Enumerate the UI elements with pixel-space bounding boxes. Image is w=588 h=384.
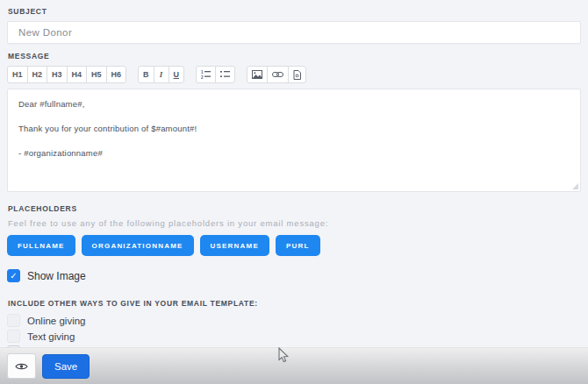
- insert-image-button[interactable]: [247, 66, 268, 83]
- show-image-checkbox[interactable]: ✓: [7, 269, 20, 282]
- list-button-group: 1 2: [196, 66, 235, 83]
- placeholder-fullname-button[interactable]: FULLNAME: [7, 235, 75, 256]
- underline-button[interactable]: U: [169, 66, 185, 83]
- other-ways-label: INCLUDE OTHER WAYS TO GIVE IN YOUR EMAIL…: [8, 299, 581, 308]
- text-giving-checkbox[interactable]: [7, 330, 20, 343]
- h2-button[interactable]: H2: [27, 66, 48, 83]
- ordered-list-icon: 1 2: [201, 70, 211, 79]
- h4-button[interactable]: H4: [67, 66, 88, 83]
- format-button-group: B I U: [138, 66, 184, 83]
- text-giving-label: Text giving: [27, 331, 75, 342]
- subject-label: SUBJECT: [8, 7, 581, 16]
- italic-button[interactable]: I: [154, 66, 169, 83]
- insert-file-button[interactable]: [288, 66, 306, 83]
- svg-text:1: 1: [201, 70, 204, 75]
- preview-button[interactable]: [7, 353, 36, 379]
- link-icon: [272, 71, 283, 78]
- placeholder-organizationname-button[interactable]: ORGANIZATIONNAME: [82, 235, 194, 256]
- h5-button[interactable]: H5: [86, 66, 107, 83]
- file-icon: [293, 70, 301, 80]
- unordered-list-button[interactable]: [215, 66, 235, 83]
- heading-button-group: H1 H2 H3 H4 H5 H6: [7, 66, 126, 83]
- svg-text:2: 2: [201, 75, 204, 80]
- placeholders-help-text: Feel free to use any of the following pl…: [8, 218, 581, 228]
- online-giving-checkbox[interactable]: [7, 314, 20, 327]
- save-button[interactable]: Save: [42, 354, 90, 379]
- placeholder-username-button[interactable]: USERNAME: [200, 235, 269, 256]
- insert-link-button[interactable]: [267, 66, 289, 83]
- show-image-label: Show Image: [27, 270, 86, 282]
- h3-button[interactable]: H3: [47, 66, 68, 83]
- placeholder-purl-button[interactable]: PURL: [276, 235, 320, 256]
- eye-icon: [15, 362, 28, 371]
- h6-button[interactable]: H6: [106, 66, 127, 83]
- show-image-row: ✓ Show Image: [7, 269, 581, 282]
- image-icon: [252, 70, 262, 79]
- online-giving-label: Online giving: [27, 316, 85, 326]
- message-line: Dear #fullname#,: [18, 99, 570, 109]
- h1-button[interactable]: H1: [7, 66, 28, 83]
- form-content: SUBJECT MESSAGE H1 H2 H3 H4 H5 H6 B I U …: [0, 0, 588, 359]
- email-template-editor: SUBJECT MESSAGE H1 H2 H3 H4 H5 H6 B I U …: [0, 0, 588, 384]
- action-bar: Save: [0, 347, 588, 384]
- subject-input[interactable]: [7, 21, 581, 44]
- message-line: Thank you for your contribution of $#amo…: [18, 124, 570, 133]
- option-row-text-giving: Text giving: [7, 330, 581, 343]
- ordered-list-button[interactable]: 1 2: [196, 66, 216, 83]
- message-line: - #organizationname#: [18, 148, 570, 158]
- insert-button-group: [247, 66, 306, 83]
- checkmark-icon: ✓: [10, 272, 17, 281]
- message-label: MESSAGE: [8, 52, 581, 60]
- unordered-list-icon: [220, 70, 230, 79]
- placeholders-label: PLACEHOLDERS: [8, 204, 581, 213]
- editor-toolbar: H1 H2 H3 H4 H5 H6 B I U 1 2: [7, 66, 581, 83]
- message-body-editor[interactable]: Dear #fullname#, Thank you for your cont…: [7, 89, 581, 192]
- placeholder-buttons: FULLNAME ORGANIZATIONNAME USERNAME PURL: [7, 235, 581, 256]
- option-row-online-giving: Online giving: [7, 314, 581, 327]
- bold-button[interactable]: B: [138, 66, 154, 83]
